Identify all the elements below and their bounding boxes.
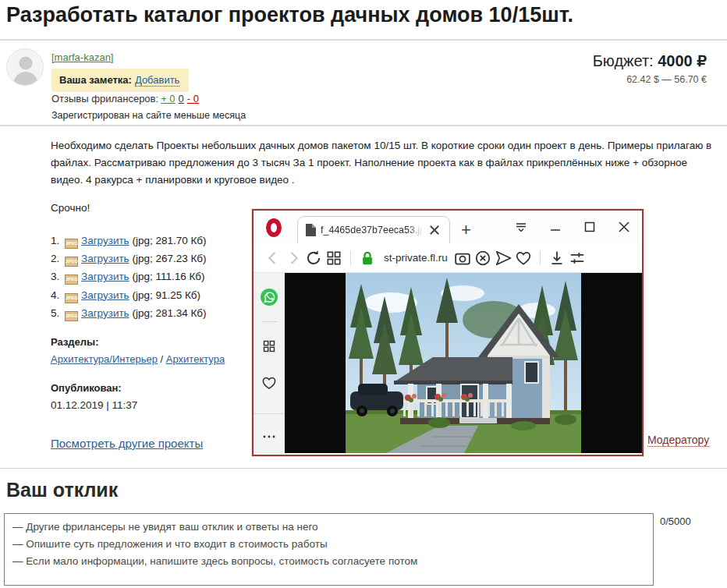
browser-addressbar: st-private.fl.ru (254, 243, 642, 273)
budget-amount: 4000 ₽ (658, 52, 707, 69)
opera-logo (266, 218, 282, 237)
adblock-icon[interactable] (473, 248, 493, 268)
back-icon[interactable] (263, 248, 283, 268)
forward-icon[interactable] (283, 248, 303, 268)
file-icon (305, 224, 316, 236)
divider (0, 125, 727, 126)
attachment-meta: (jpg; 111.16 Кб) (132, 271, 204, 282)
favorite-heart-icon[interactable] (513, 248, 534, 268)
client-username-link[interactable]: [marfa-kazan] (51, 51, 113, 63)
speed-dial-icon[interactable] (324, 248, 344, 268)
jpeg-file-icon: JPEG (65, 275, 78, 285)
budget-block: Бюджет: 4000 ₽ 62.42 $ — 56.70 € (593, 51, 707, 85)
jpeg-file-icon: JPEG (65, 311, 78, 321)
divider (0, 39, 727, 41)
image-viewer (285, 273, 642, 453)
whatsapp-icon[interactable] (258, 286, 280, 308)
browser-titlebar: f_4465de37b7eeca53.jpg (1 + (254, 211, 642, 243)
attachment-meta: (jpg; 281.34 Кб) (132, 307, 206, 319)
divider (350, 251, 351, 265)
download-icon[interactable] (547, 248, 567, 268)
divider (261, 321, 277, 322)
registration-info: Зарегистрирован на сайте меньше месяца (51, 110, 246, 121)
reviews-label: Отзывы фрилансеров: (51, 93, 158, 104)
note-label: Ваша заметка: (59, 74, 132, 86)
jpeg-file-icon: JPEG (65, 293, 78, 303)
project-description: Необходимо сделать Проекты небольших дач… (51, 137, 712, 189)
download-link[interactable]: Загрузить (81, 271, 129, 282)
divider (0, 468, 727, 469)
bookmarks-heart-icon[interactable] (258, 372, 280, 394)
download-link[interactable]: Загрузить (81, 289, 129, 301)
reviews-positive-link[interactable]: + 0 (161, 93, 175, 104)
browser-tab[interactable]: f_4465de37b7eeca53.jpg (1 (297, 216, 450, 243)
more-options-icon[interactable] (258, 426, 280, 448)
tab-search-icon[interactable] (512, 218, 530, 236)
snapshot-camera-icon[interactable] (452, 248, 473, 268)
attachment-number: 4. (51, 286, 63, 304)
divider (254, 413, 285, 414)
close-window-button[interactable] (615, 218, 633, 236)
reply-textarea[interactable] (4, 513, 654, 586)
browser-sidebar (254, 273, 285, 453)
reply-heading: Ваш отклик (6, 479, 118, 501)
sections-separator: / (161, 353, 164, 365)
attachment-number: 3. (51, 267, 63, 285)
freelancer-reviews: Отзывы фрилансеров:+ 00- 0 (51, 93, 199, 104)
note-add-link[interactable]: Добавить (135, 74, 179, 87)
download-link[interactable]: Загрузить (81, 235, 129, 246)
opera-browser-window: f_4465de37b7eeca53.jpg (1 + (252, 209, 644, 456)
attachment-number: 2. (51, 250, 63, 267)
section-link-architecture-interior[interactable]: Архитектура/Интерьер (51, 353, 158, 365)
jpeg-file-icon: JPEG (65, 257, 78, 267)
divider (540, 251, 541, 265)
attachment-number: 1. (51, 232, 63, 250)
my-flow-icon[interactable] (493, 248, 513, 268)
moderator-link[interactable]: Модератору (647, 434, 709, 447)
reviews-negative-link[interactable]: - 0 (187, 93, 199, 104)
budget-label: Бюджет: (593, 52, 654, 69)
note-box: Ваша заметка:Добавить (51, 69, 189, 92)
attachment-meta: (jpg; 91.25 Кб) (132, 289, 200, 301)
speed-dial-sidebar-icon[interactable] (258, 335, 280, 357)
settings-sliders-icon[interactable] (567, 248, 587, 268)
url-text[interactable]: st-private.fl.ru (384, 252, 448, 264)
person-silhouette-icon (7, 49, 44, 86)
budget-converted: 62.42 $ — 56.70 € (593, 74, 707, 85)
house-photo (346, 273, 581, 453)
close-tab-icon[interactable] (424, 220, 445, 240)
attachment-meta: (jpg; 281.70 Кб) (132, 235, 206, 246)
download-link[interactable]: Загрузить (81, 253, 129, 264)
page-title: Разработать каталог проектов дачных домо… (6, 3, 573, 27)
tab-title: f_4465de37b7eeca53.jpg (1 (321, 225, 423, 236)
minimize-button[interactable] (547, 218, 564, 236)
section-link-architecture[interactable]: Архитектура (166, 353, 225, 365)
new-tab-button[interactable]: + (461, 217, 471, 243)
maximize-button[interactable] (581, 218, 598, 236)
char-counter: 0/5000 (660, 515, 691, 527)
jpeg-file-icon: JPEG (65, 239, 78, 249)
project-page: Разработать каталог проектов дачных домо… (0, 0, 727, 588)
lock-icon[interactable] (357, 248, 378, 268)
attachment-number: 5. (51, 304, 63, 322)
reload-icon[interactable] (303, 248, 324, 268)
other-projects-link[interactable]: Посмотреть другие проекты (51, 435, 203, 452)
attachment-meta: (jpg; 267.23 Кб) (132, 253, 206, 264)
avatar (6, 48, 44, 86)
browser-body (254, 273, 642, 453)
reviews-neutral-link[interactable]: 0 (179, 93, 184, 104)
download-link[interactable]: Загрузить (81, 307, 129, 319)
